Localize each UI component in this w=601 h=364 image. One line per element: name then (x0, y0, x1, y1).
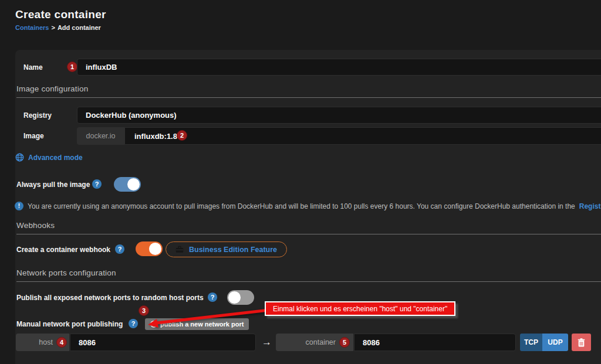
page-title: Create container (15, 8, 106, 21)
host-port-addon: host 4 (16, 334, 69, 351)
annotation-callout: Einmal klicken und es erscheinen "host" … (265, 301, 455, 316)
registries-link[interactable]: Registries (579, 202, 601, 210)
registry-select[interactable]: DockerHub (anonymous) (77, 107, 601, 124)
publish-port-button[interactable]: publish a new network port (145, 318, 249, 330)
always-pull-label: Always pull the image (16, 181, 90, 189)
host-label: host (39, 338, 53, 346)
publish-all-label: Publish all exposed network ports to ran… (16, 294, 204, 302)
host-step-badge: 4 (56, 337, 67, 348)
breadcrumb-current: Add container (58, 24, 101, 31)
name-step-badge: 1 (67, 62, 77, 72)
image-input[interactable] (124, 127, 601, 145)
always-pull-help-icon[interactable]: ? (92, 179, 102, 189)
manual-publishing-label: Manual network port publishing (16, 320, 123, 328)
plus-icon (150, 321, 157, 328)
webhook-label: Create a container webhook (16, 246, 110, 254)
trash-icon (578, 338, 585, 347)
name-input[interactable] (77, 59, 601, 76)
host-port-input[interactable] (70, 334, 256, 351)
business-edition-label: Business Edition Feature (189, 246, 277, 254)
always-pull-toggle[interactable] (114, 177, 141, 192)
breadcrumb-separator: > (51, 24, 55, 31)
image-label: Image (23, 132, 44, 140)
manual-publishing-help-icon[interactable]: ? (129, 319, 138, 328)
name-label: Name (23, 63, 43, 72)
business-edition-badge[interactable]: Business Edition Feature (166, 241, 287, 257)
container-step-badge: 5 (339, 337, 350, 348)
container-label: container (306, 338, 336, 346)
webhook-toggle[interactable] (136, 241, 163, 256)
container-port-input[interactable] (354, 334, 516, 351)
breadcrumb: Containers > Add container (15, 24, 101, 31)
webhook-help-icon[interactable]: ? (115, 244, 124, 254)
tcp-button[interactable]: TCP (520, 334, 542, 351)
container-port-addon: container 5 (276, 334, 353, 351)
advanced-mode-link[interactable]: Advanced mode (15, 153, 83, 162)
publish-port-button-label: publish a new network port (160, 321, 244, 328)
pull-limit-info: ! You are currently using an anonymous a… (15, 202, 601, 210)
delete-port-button[interactable] (572, 334, 591, 351)
publish-all-toggle[interactable] (227, 290, 254, 305)
image-registry-addon: docker.io (77, 127, 124, 145)
pull-limit-text: You are currently using an anonymous acc… (28, 202, 575, 210)
publish-all-help-icon[interactable]: ? (208, 292, 217, 302)
breadcrumb-containers-link[interactable]: Containers (15, 24, 49, 31)
briefcase-icon (175, 246, 184, 253)
port-mapping-arrow-icon: → (262, 336, 272, 348)
advanced-mode-label: Advanced mode (28, 154, 83, 162)
udp-button[interactable]: UDP (542, 334, 568, 351)
globe-icon (15, 153, 24, 162)
section-title-network-ports: Network ports configuration (16, 268, 601, 282)
registry-label: Registry (23, 111, 52, 120)
section-title-webhooks: Webhooks (16, 221, 601, 234)
info-icon: ! (15, 202, 23, 210)
image-step-badge: 2 (177, 130, 187, 141)
manual-step-badge: 3 (139, 305, 149, 316)
create-container-page: Create container Containers > Add contai… (0, 0, 601, 364)
section-title-image-configuration: Image configuration (16, 84, 601, 98)
